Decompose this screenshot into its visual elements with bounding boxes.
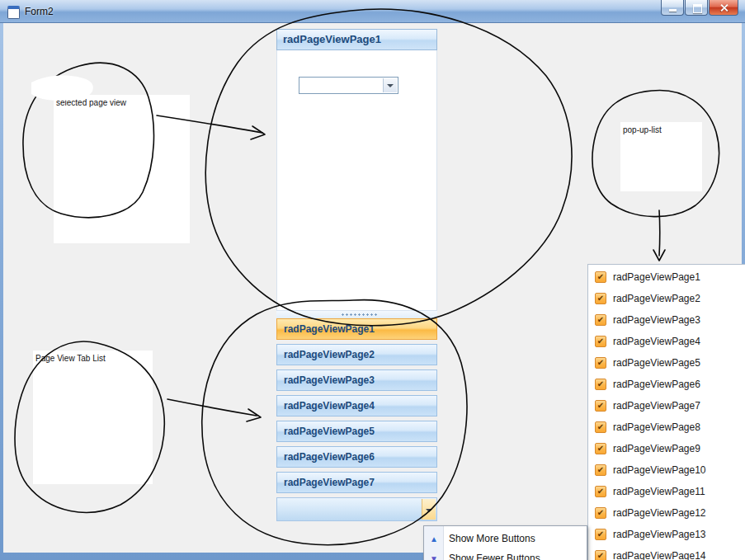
menu-item[interactable]: ▼ Show Fewer Buttons bbox=[424, 548, 587, 560]
note-label: pop-up-list bbox=[620, 122, 702, 134]
checkbox-checked-icon[interactable]: ✔ bbox=[595, 443, 606, 454]
pageview-tab-item[interactable]: radPageViewPage7 bbox=[276, 472, 437, 493]
form-icon bbox=[7, 6, 20, 19]
close-icon bbox=[719, 3, 728, 12]
checklist-item[interactable]: ✔ radPageViewPage13 bbox=[588, 524, 745, 545]
checkbox-checked-icon[interactable]: ✔ bbox=[595, 400, 606, 412]
checklist-item[interactable]: ✔ radPageViewPage5 bbox=[588, 352, 745, 374]
note-label: Page View Tab List bbox=[33, 351, 153, 363]
checklist-item[interactable]: ✔ radPageViewPage8 bbox=[588, 416, 745, 438]
pageview-tab-label: radPageViewPage6 bbox=[284, 451, 375, 463]
maximize-button[interactable] bbox=[685, 0, 708, 16]
checklist-item[interactable]: ✔ radPageViewPage1 bbox=[588, 266, 745, 288]
checklist-item-label: radPageViewPage8 bbox=[613, 421, 700, 433]
window-title: Form2 bbox=[25, 6, 54, 17]
checklist-item-label: radPageViewPage5 bbox=[613, 357, 700, 369]
chevron-down-icon bbox=[387, 84, 394, 87]
checklist-item-label: radPageViewPage14 bbox=[613, 550, 706, 560]
checklist-item-label: radPageViewPage9 bbox=[613, 443, 700, 454]
note-box-pop-up-list: pop-up-list bbox=[620, 122, 702, 191]
pageview-tab-label: radPageViewPage1 bbox=[284, 323, 375, 335]
checkbox-checked-icon[interactable]: ✔ bbox=[595, 550, 606, 560]
checkbox-checked-icon[interactable]: ✔ bbox=[595, 314, 606, 326]
arrow-icon: ▼ bbox=[424, 554, 444, 560]
checkbox-checked-icon[interactable]: ✔ bbox=[595, 529, 606, 540]
form-window: Form2 radPageViewPage1 radPageViewPage1 … bbox=[0, 0, 745, 560]
checklist-item[interactable]: ✔ radPageViewPage11 bbox=[588, 481, 745, 502]
pageview-tab-label: radPageViewPage5 bbox=[284, 426, 375, 437]
overflow-context-menu: ▲ Show More Buttons ▼ Show Fewer Buttons bbox=[423, 525, 587, 560]
checkbox-checked-icon[interactable]: ✔ bbox=[595, 379, 606, 390]
checklist-item[interactable]: ✔ radPageViewPage12 bbox=[588, 502, 745, 524]
pageview-tab-label: radPageViewPage2 bbox=[284, 349, 375, 360]
pageview-tab-item[interactable]: radPageViewPage2 bbox=[276, 344, 437, 365]
checklist-item-label: radPageViewPage13 bbox=[613, 529, 706, 540]
pageview-splitter-grip[interactable] bbox=[276, 311, 437, 318]
checkbox-checked-icon[interactable]: ✔ bbox=[595, 357, 606, 369]
checklist-item[interactable]: ✔ radPageViewPage2 bbox=[588, 288, 745, 309]
checkbox-checked-icon[interactable]: ✔ bbox=[595, 464, 606, 476]
checklist-item[interactable]: ✔ radPageViewPage6 bbox=[588, 374, 745, 395]
menu-item-label: Show Fewer Buttons bbox=[449, 553, 540, 560]
checkbox-checked-icon[interactable]: ✔ bbox=[595, 271, 606, 283]
pageview-tab-item[interactable]: radPageViewPage4 bbox=[276, 395, 437, 416]
combobox[interactable] bbox=[299, 77, 398, 94]
checklist-item[interactable]: ✔ radPageViewPage7 bbox=[588, 395, 745, 416]
checklist-item[interactable]: ✔ radPageViewPage4 bbox=[588, 331, 745, 352]
overflow-dropdown-button[interactable] bbox=[422, 499, 436, 520]
checklist-item[interactable]: ✔ radPageViewPage14 bbox=[588, 545, 745, 560]
maximize-icon bbox=[693, 4, 702, 13]
note-label: selected page view bbox=[54, 95, 190, 107]
pageview-tab-label: radPageViewPage4 bbox=[284, 400, 375, 412]
combobox-dropdown-button[interactable] bbox=[383, 78, 397, 92]
minimize-button[interactable] bbox=[661, 0, 684, 16]
menu-item-label: Show More Buttons bbox=[449, 533, 535, 544]
checklist-item-label: radPageViewPage3 bbox=[613, 314, 700, 326]
checklist-item-label: radPageViewPage7 bbox=[613, 400, 700, 412]
checklist-item[interactable]: ✔ radPageViewPage3 bbox=[588, 309, 745, 331]
pageview-tab-item[interactable]: radPageViewPage5 bbox=[276, 421, 437, 442]
checklist-item-label: radPageViewPage1 bbox=[613, 271, 700, 283]
pageview-selected-tab[interactable]: radPageViewPage1 bbox=[276, 29, 437, 50]
pageview-tab-item[interactable]: radPageViewPage1 bbox=[276, 318, 437, 340]
checkbox-checked-icon[interactable]: ✔ bbox=[595, 421, 606, 433]
checklist-item-label: radPageViewPage10 bbox=[613, 464, 706, 476]
checkbox-checked-icon[interactable]: ✔ bbox=[595, 486, 606, 497]
checklist-item-label: radPageViewPage11 bbox=[613, 486, 705, 497]
popup-page-checklist: ✔ radPageViewPage1 ✔ radPageViewPage2 ✔ … bbox=[587, 264, 745, 560]
note-box-page-view-tab-list: Page View Tab List bbox=[33, 351, 153, 484]
pageview-tab-label: radPageViewPage7 bbox=[284, 477, 375, 488]
pageview-tab-list: radPageViewPage1 radPageViewPage2 radPag… bbox=[276, 318, 437, 493]
pageview-bottom-strip bbox=[276, 497, 437, 521]
title-bar[interactable]: Form2 bbox=[0, 0, 745, 23]
checklist-item-label: radPageViewPage6 bbox=[613, 379, 700, 390]
pageview-tab-label: radPageViewPage3 bbox=[284, 374, 375, 386]
checklist-item-label: radPageViewPage12 bbox=[613, 507, 706, 519]
checkbox-checked-icon[interactable]: ✔ bbox=[595, 507, 606, 519]
checklist-item[interactable]: ✔ radPageViewPage10 bbox=[588, 459, 745, 481]
note-box-selected-page-view: selected page view bbox=[54, 95, 190, 243]
checklist-item-label: radPageViewPage2 bbox=[613, 293, 700, 304]
arrow-icon: ▲ bbox=[424, 534, 444, 544]
checkbox-checked-icon[interactable]: ✔ bbox=[595, 293, 606, 304]
minimize-icon bbox=[669, 9, 677, 12]
checklist-item-label: radPageViewPage4 bbox=[613, 336, 700, 347]
checklist-item[interactable]: ✔ radPageViewPage9 bbox=[588, 438, 745, 459]
pageview-tab-item[interactable]: radPageViewPage3 bbox=[276, 369, 437, 391]
window-controls bbox=[660, 0, 738, 16]
menu-item[interactable]: ▲ Show More Buttons bbox=[424, 529, 587, 548]
pageview-tab-item[interactable]: radPageViewPage6 bbox=[276, 446, 437, 468]
close-button[interactable] bbox=[709, 0, 738, 16]
chevron-down-icon bbox=[426, 509, 432, 512]
checkbox-checked-icon[interactable]: ✔ bbox=[595, 336, 606, 347]
